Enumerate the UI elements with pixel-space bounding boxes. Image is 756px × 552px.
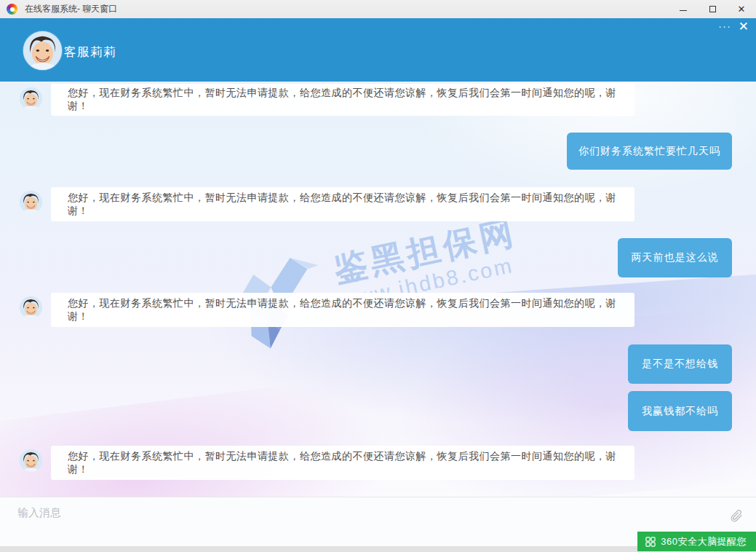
- four-squares-icon: [645, 537, 656, 547]
- agent-avatar: [20, 449, 42, 472]
- window-controls: ✕: [669, 0, 756, 18]
- message-text: 您好，现在财务系统繁忙中，暂时无法申请提款，给您造成的不便还请您谅解，恢复后我们…: [68, 297, 634, 323]
- agent-avatar: [20, 191, 42, 213]
- chat-message-row-agent: 您好，现在财务系统繁忙中，暂时无法申请提款，给您造成的不便还请您谅解，恢复后我们…: [0, 293, 756, 327]
- chat-message-row-user: 两天前也是这么说: [0, 238, 756, 277]
- agent-message-bubble: 您好，现在财务系统繁忙中，暂时无法申请提款，给您造成的不便还请您谅解，恢复后我们…: [51, 293, 634, 327]
- agent-face-illustration: [20, 87, 42, 110]
- user-message-bubble: 两天前也是这么说: [618, 238, 732, 277]
- chat-message-row-user: 我赢钱都不给吗: [0, 391, 756, 431]
- titlebar: 在线客服系统- 聊天窗口 ✕: [0, 0, 756, 18]
- app-pinwheel-icon: [7, 4, 17, 15]
- message-text: 您好，现在财务系统繁忙中，暂时无法申请提款，给您造成的不便还请您谅解，恢复后我们…: [68, 192, 634, 218]
- message-text: 我赢钱都不给吗: [642, 405, 718, 418]
- chat-message-row-agent: 您好，现在财务系统繁忙中，暂时无法申请提款，给您造成的不便还请您谅解，恢复后我们…: [0, 84, 756, 116]
- agent-avatar: [20, 296, 42, 319]
- agent-face-illustration: [20, 449, 42, 472]
- agent-face-illustration: [23, 31, 62, 70]
- message-text: 您好，现在财务系统繁忙中，暂时无法申请提款，给您造成的不便还请您谅解，恢复后我们…: [68, 450, 634, 476]
- chat-message-row-agent: 您好，现在财务系统繁忙中，暂时无法申请提款，给您造成的不便还请您谅解，恢复后我们…: [0, 446, 756, 480]
- paperclip-icon[interactable]: [729, 508, 744, 523]
- user-message-bubble: 是不是不想给钱: [628, 344, 732, 384]
- chat-header: 客服莉莉 ··· ✕: [0, 18, 756, 82]
- more-options-icon[interactable]: ···: [718, 18, 731, 34]
- chat-message-row-user: 你们财务系统繁忙要忙几天吗: [0, 133, 756, 170]
- site-watermark: 鉴黑担保网 www.jhdb8.com: [224, 197, 585, 360]
- security-notice-badge[interactable]: 360安全大脑提醒您: [637, 532, 756, 551]
- minimize-icon: [680, 10, 687, 11]
- agent-message-bubble: 您好，现在财务系统繁忙中，暂时无法申请提款，给您造成的不便还请您谅解，恢复后我们…: [51, 187, 634, 221]
- message-text: 是不是不想给钱: [642, 358, 718, 371]
- agent-avatar: [20, 87, 42, 110]
- maximize-icon: [709, 6, 716, 12]
- chat-message-area[interactable]: 鉴黑担保网 www.jhdb8.com 您好，现在财务系统繁忙中，暂时无法申请提…: [0, 82, 756, 497]
- message-input[interactable]: [16, 505, 703, 537]
- agent-face-illustration: [20, 296, 42, 319]
- message-text: 您好，现在财务系统繁忙中，暂时无法申请提款，给您造成的不便还请您谅解，恢复后我们…: [68, 87, 634, 113]
- user-message-bubble: 我赢钱都不给吗: [628, 391, 732, 431]
- chat-window: 在线客服系统- 聊天窗口 ✕ 客服莉莉: [0, 0, 756, 552]
- agent-name: 客服莉莉: [64, 44, 116, 60]
- chat-message-row-agent: 您好，现在财务系统繁忙中，暂时无法申请提款，给您造成的不便还请您谅解，恢复后我们…: [0, 187, 756, 221]
- security-notice-label: 360安全大脑提醒您: [661, 535, 747, 548]
- message-text: 你们财务系统繁忙要忙几天吗: [578, 145, 720, 158]
- maximize-button[interactable]: [698, 0, 727, 18]
- chat-message-row-user: 是不是不想给钱: [0, 344, 756, 384]
- close-button[interactable]: ✕: [727, 0, 756, 18]
- user-message-bubble: 你们财务系统繁忙要忙几天吗: [567, 133, 732, 170]
- agent-avatar-large: [23, 31, 62, 70]
- agent-message-bubble: 您好，现在财务系统繁忙中，暂时无法申请提款，给您造成的不便还请您谅解，恢复后我们…: [51, 84, 634, 116]
- agent-face-illustration: [20, 191, 42, 213]
- minimize-button[interactable]: [669, 0, 698, 18]
- agent-message-bubble: 您好，现在财务系统繁忙中，暂时无法申请提款，给您造成的不便还请您谅解，恢复后我们…: [51, 446, 634, 480]
- header-close-icon[interactable]: ✕: [739, 19, 749, 35]
- close-icon: ✕: [738, 4, 746, 14]
- window-title: 在线客服系统- 聊天窗口: [25, 3, 117, 15]
- message-text: 两天前也是这么说: [632, 251, 719, 264]
